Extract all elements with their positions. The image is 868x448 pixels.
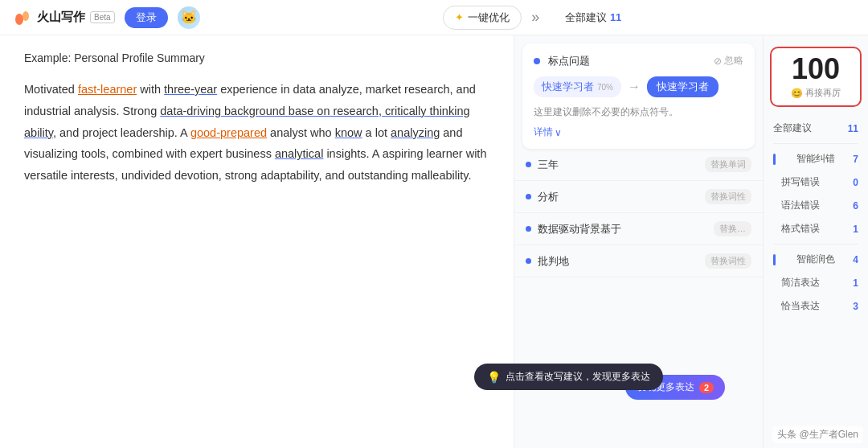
bulb-icon: 💡 bbox=[487, 371, 501, 384]
right-label: 恰当表达 bbox=[781, 299, 820, 313]
score-card: 100 😊 再接再厉 bbox=[770, 47, 862, 107]
right-count: 11 bbox=[848, 123, 858, 134]
item-tag[interactable]: 替换单词 bbox=[705, 157, 751, 172]
right-item-smart-correction[interactable]: 智能纠错 7 bbox=[764, 147, 868, 171]
smile-icon: 😊 bbox=[791, 88, 803, 99]
analytical-text: analytical bbox=[275, 147, 323, 160]
beta-badge: Beta bbox=[90, 11, 115, 23]
suggestions-count: 11 bbox=[610, 11, 621, 23]
item-dot bbox=[526, 258, 531, 264]
item-text: 批判地 bbox=[538, 254, 698, 269]
right-item-format[interactable]: 格式错误 1 bbox=[764, 217, 868, 240]
editor-area[interactable]: Example: Personal Profile Summary Motiva… bbox=[0, 35, 514, 448]
watermark: 头条 @生产者Glen bbox=[772, 426, 863, 443]
star-icon: ✦ bbox=[455, 11, 464, 23]
card-title: 标点问题 bbox=[548, 55, 590, 67]
topbar-center: ✦ 一键优化 » 全部建议 11 bbox=[210, 6, 855, 30]
svg-point-1 bbox=[23, 11, 29, 21]
right-item-smart-polish[interactable]: 智能润色 4 bbox=[764, 248, 868, 271]
optimize-button[interactable]: ✦ 一键优化 bbox=[443, 6, 522, 30]
right-item-appropriate[interactable]: 恰当表达 3 bbox=[764, 294, 868, 318]
right-panel: 100 😊 再接再厉 全部建议 11 智能纠错 7 拼写错误 0 语法错误 6 bbox=[764, 35, 868, 448]
right-indicator bbox=[773, 154, 776, 165]
score-number: 100 bbox=[780, 55, 852, 84]
suggestion-item-data-driven[interactable]: 数据驱动背景基于 替换… bbox=[514, 213, 763, 245]
doc-content: Motivated fast-learner with three-year e… bbox=[24, 79, 489, 187]
right-count: 7 bbox=[853, 154, 858, 165]
word-options: 快速学习者 70% → 快速学习者 bbox=[534, 76, 743, 97]
score-label: 70% bbox=[597, 83, 613, 92]
analyzing-text: analyzing bbox=[391, 126, 440, 139]
right-label: 智能润色 bbox=[796, 253, 835, 266]
right-count: 4 bbox=[853, 254, 858, 265]
item-text: 数据驱动背景基于 bbox=[538, 222, 707, 236]
tooltip-popup: 💡 点击查看改写建议，发现更多表达 bbox=[474, 364, 663, 390]
suggestion-item-fenxi[interactable]: 分析 替换词性 bbox=[514, 181, 763, 213]
right-label: 全部建议 bbox=[773, 121, 812, 135]
login-button[interactable]: 登录 bbox=[125, 7, 168, 28]
card-dot bbox=[534, 58, 540, 64]
suggestions-label: 全部建议 11 bbox=[565, 10, 621, 25]
chevron-down-icon: ∨ bbox=[555, 127, 562, 138]
score-sub: 😊 再接再厉 bbox=[780, 87, 852, 99]
right-indicator2 bbox=[773, 254, 776, 265]
ignore-icon: ⊘ bbox=[714, 55, 722, 67]
svg-point-0 bbox=[15, 14, 23, 25]
discover-count: 2 bbox=[699, 382, 714, 393]
card-ignore-button[interactable]: ⊘ 忽略 bbox=[714, 54, 743, 68]
item-tag[interactable]: 替换词性 bbox=[705, 253, 751, 269]
right-label: 简洁表达 bbox=[781, 276, 820, 290]
main-layout: Example: Personal Profile Summary Motiva… bbox=[0, 35, 868, 448]
three-year-text: three-year bbox=[164, 83, 217, 96]
right-count: 1 bbox=[853, 224, 858, 235]
topbar: 火山写作 Beta 登录 🐱 ✦ 一键优化 » 全部建议 11 bbox=[0, 0, 868, 35]
right-count: 3 bbox=[853, 301, 858, 312]
divider2 bbox=[773, 244, 858, 245]
right-item-all[interactable]: 全部建议 11 bbox=[764, 117, 868, 140]
card-desc: 这里建议删除不必要的标点符号。 bbox=[534, 105, 743, 119]
know-text: know bbox=[335, 126, 362, 139]
right-label: 拼写错误 bbox=[781, 175, 820, 189]
more-button[interactable]: » bbox=[531, 9, 539, 26]
tooltip-text: 点击查看改写建议，发现更多表达 bbox=[506, 370, 650, 384]
logo-icon bbox=[13, 8, 32, 27]
item-dot bbox=[526, 194, 531, 199]
item-text: 三年 bbox=[538, 158, 698, 172]
logo-text: 火山写作 bbox=[37, 10, 85, 25]
right-label: 语法错误 bbox=[781, 199, 820, 212]
item-dot bbox=[526, 226, 531, 232]
item-tag[interactable]: 替换… bbox=[714, 221, 751, 236]
card-detail-button[interactable]: 详情 ∨ bbox=[534, 125, 743, 139]
right-count: 6 bbox=[853, 200, 858, 212]
divider bbox=[773, 143, 858, 144]
suggestion-item-pipandi[interactable]: 批判地 替换词性 bbox=[514, 245, 763, 277]
good-prepared-text: good-prepared bbox=[190, 126, 267, 139]
word-original: 快速学习者 70% bbox=[534, 76, 621, 97]
avatar: 🐱 bbox=[178, 6, 200, 29]
right-item-concise[interactable]: 简洁表达 1 bbox=[764, 271, 868, 294]
suggestion-item-sannian[interactable]: 三年 替换单词 bbox=[514, 149, 763, 181]
logo-area: 火山写作 Beta bbox=[13, 8, 115, 27]
right-item-spelling[interactable]: 拼写错误 0 bbox=[764, 171, 868, 194]
item-tag[interactable]: 替换词性 bbox=[705, 189, 751, 204]
arrow-icon: → bbox=[628, 80, 641, 94]
right-count: 1 bbox=[853, 277, 858, 289]
right-count: 0 bbox=[853, 177, 858, 188]
right-item-grammar[interactable]: 语法错误 6 bbox=[764, 194, 868, 217]
item-dot bbox=[526, 162, 531, 167]
card-title-area: 标点问题 bbox=[534, 53, 590, 68]
word-suggested-button[interactable]: 快速学习者 bbox=[647, 76, 719, 97]
doc-title: Example: Personal Profile Summary bbox=[24, 51, 489, 64]
right-label: 智能纠错 bbox=[796, 152, 835, 166]
fast-learner-text: fast-learner bbox=[78, 83, 137, 96]
right-label: 格式错误 bbox=[781, 222, 820, 236]
item-text: 分析 bbox=[538, 190, 698, 204]
suggestion-card: 标点问题 ⊘ 忽略 快速学习者 70% → 快速学习者 这里建议删除不必要的标点… bbox=[522, 43, 755, 149]
card-header: 标点问题 ⊘ 忽略 bbox=[534, 53, 743, 68]
